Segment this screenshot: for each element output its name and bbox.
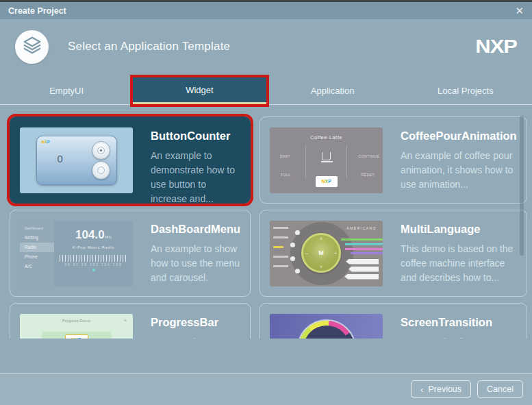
dialog-header: Select an Application Template NXP [0, 19, 532, 74]
dashboard-menu: Dashboard Setting Radio Phone A/C [20, 221, 54, 286]
create-project-dialog: Create Project ✕ Select an Application T… [0, 0, 532, 405]
nxp-mini-logo: NXP [316, 176, 338, 187]
rotary-dial: ˄ ˅ – + M [301, 233, 341, 273]
card-text: ScreenTransition An example of two [401, 310, 517, 339]
divider [305, 145, 306, 178]
cancel-button[interactable]: Cancel [477, 380, 523, 398]
minus-icon: – [305, 250, 308, 255]
menu-item: Radio [20, 243, 54, 252]
radio-station: K-Pop Music Radio [54, 245, 133, 249]
card-description: An example to demonstrate how to use but… [151, 149, 240, 206]
color-stripe [341, 238, 383, 241]
divider [346, 145, 347, 178]
color-stripe [345, 243, 383, 246]
tab-emptyui[interactable]: EmptyUI [0, 77, 133, 104]
nxp-mini-logo: NXP [316, 339, 337, 339]
menu-line [273, 227, 288, 229]
radio-panel: 104.0MHz K-Pop Music Radio 88 92 96 100 … [54, 221, 133, 286]
card-description: An example to [151, 335, 240, 339]
close-icon[interactable]: ✕ [515, 5, 524, 16]
window-title: Create Project [8, 6, 66, 16]
tuning-scale [60, 255, 128, 262]
template-card-progressbar[interactable]: Progress Demo × NXP ProgressBar An examp… [10, 303, 251, 339]
dashboard-thumbnail: Dashboard Setting Radio Phone A/C 104.0M… [20, 221, 133, 286]
card-description: This demo is based on the coffee machine… [401, 242, 517, 285]
cancel-label: Cancel [487, 384, 514, 394]
menu-line [273, 236, 288, 238]
decrement-button [92, 161, 110, 180]
multilanguage-thumbnail: AMERICANO ˄ ˅ – + M [270, 221, 383, 286]
arrow-button [344, 274, 379, 280]
scale-labels: 88 92 96 100 104 108 [54, 263, 133, 267]
chevron-up-icon: ˄ [320, 236, 322, 241]
vertical-scrollbar[interactable] [520, 116, 524, 256]
card-title: CoffeePourAnimation [401, 130, 517, 143]
plus-icon: + [334, 250, 337, 255]
card-title: ScreenTransition [401, 316, 517, 329]
card-text: ProgressBar An example to [151, 310, 240, 339]
card-title: MultiLanguage [401, 223, 517, 236]
dial-center: M [311, 243, 331, 263]
coffee-title: Coffee Latte [270, 134, 383, 140]
card-title: ButtonCounter [151, 130, 240, 143]
coffee-cup-icon [322, 152, 331, 160]
tuning-indicator [92, 269, 95, 271]
coffee-option: RESET [361, 173, 375, 177]
template-badge [15, 30, 49, 64]
template-card-buttoncounter[interactable]: NXP 0 ButtonCounter An example to demons… [10, 116, 251, 204]
buttoncounter-thumbnail: NXP 0 [20, 127, 133, 193]
progress-bar: NXP [42, 332, 112, 339]
template-tabs: EmptyUI Widget Application Local Project… [0, 77, 532, 105]
menu-item: Phone [20, 252, 54, 262]
side-menu [273, 227, 288, 275]
template-grid: NXP 0 ButtonCounter An example to demons… [0, 112, 532, 339]
arc-icon [295, 269, 300, 273]
demo-header: Progress Demo [20, 319, 133, 323]
coffee-thumbnail: Coffee Latte DRIP FULL CONTINUE RESET NX… [270, 127, 383, 193]
titlebar: Create Project ✕ [0, 2, 532, 19]
menu-line [273, 265, 288, 267]
menu-line [273, 256, 288, 258]
previous-label: Previous [428, 384, 461, 394]
coffee-option: DRIP [280, 154, 290, 158]
nxp-mini-logo: NXP [42, 140, 50, 144]
progressbar-thumbnail: Progress Demo × NXP [20, 314, 133, 339]
arc-icon [295, 230, 300, 235]
counter-device: NXP 0 [36, 136, 117, 185]
screentransition-thumbnail: NXP [270, 314, 383, 339]
menu-line-highlighted [273, 246, 283, 248]
card-text: CoffeePourAnimation An example of coffee… [401, 124, 517, 192]
layers-icon [22, 35, 42, 58]
menu-item: A/C [20, 262, 54, 271]
card-title: DashBoardMenu [151, 223, 240, 236]
template-card-coffeepouranimation[interactable]: Coffee Latte DRIP FULL CONTINUE RESET NX… [259, 116, 527, 204]
arrow-button [346, 259, 379, 265]
drink-label: AMERICANO [346, 226, 377, 230]
tab-widget[interactable]: Widget [133, 77, 266, 104]
speedometer-gauge: NXP [297, 319, 356, 339]
card-description: An example of two [401, 335, 517, 339]
color-stripe [345, 248, 383, 251]
menu-item: Setting [20, 233, 54, 243]
arc-icon [290, 256, 295, 261]
template-card-dashboardmenu[interactable]: Dashboard Setting Radio Phone A/C 104.0M… [10, 210, 251, 297]
tab-local-projects[interactable]: Local Projects [399, 77, 532, 104]
template-card-multilanguage[interactable]: AMERICANO ˄ ˅ – + M [259, 210, 527, 297]
chevron-left-icon: ‹ [420, 385, 423, 394]
coffee-option: FULL [281, 173, 291, 177]
nxp-logo: NXP [475, 35, 517, 58]
chevron-down-icon: ˅ [320, 265, 322, 269]
tab-application[interactable]: Application [266, 77, 399, 104]
increment-button [92, 141, 110, 160]
color-stripe [351, 252, 383, 255]
counter-value: 0 [58, 153, 63, 164]
menu-item: Dashboard [20, 224, 54, 233]
card-text: DashBoardMenu An example to show how to … [151, 217, 240, 285]
frequency-unit: MHz [105, 235, 112, 239]
previous-button[interactable]: ‹ Previous [411, 380, 471, 398]
card-title: ProgressBar [151, 316, 240, 329]
template-card-screentransition[interactable]: NXP ScreenTransition An example of two [259, 303, 527, 339]
coffee-option: CONTINUE [358, 154, 379, 158]
card-text: MultiLanguage This demo is based on the … [401, 217, 517, 285]
arc-icon [290, 243, 295, 247]
